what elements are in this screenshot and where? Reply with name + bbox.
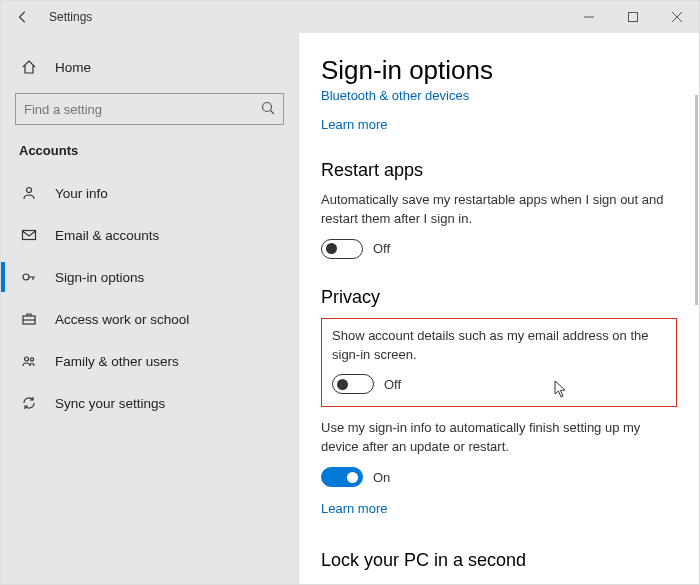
scrollbar-thumb[interactable]: [695, 95, 698, 305]
auto-finish-state: On: [373, 470, 390, 485]
sidebar-item-label: Your info: [55, 186, 108, 201]
briefcase-icon: [19, 311, 39, 327]
restart-apps-heading: Restart apps: [321, 160, 677, 181]
auto-finish-toggle-row: On: [321, 467, 677, 487]
sidebar: Home Accounts Your info Email & accounts…: [1, 33, 299, 584]
show-details-toggle-row: Off: [332, 374, 666, 394]
sidebar-item-label: Sign-in options: [55, 270, 144, 285]
show-details-toggle[interactable]: [332, 374, 374, 394]
back-button[interactable]: [1, 1, 45, 33]
close-button[interactable]: [655, 1, 699, 33]
auto-finish-body: Use my sign-in info to automatically fin…: [321, 419, 677, 457]
restart-apps-toggle-row: Off: [321, 239, 677, 259]
minimize-icon: [584, 12, 594, 22]
key-icon: [19, 269, 39, 285]
learn-more-link[interactable]: Learn more: [321, 117, 677, 132]
sidebar-item-access-work-school[interactable]: Access work or school: [1, 298, 298, 340]
sidebar-home[interactable]: Home: [1, 47, 298, 87]
lock-pc-heading: Lock your PC in a second: [321, 550, 677, 571]
show-details-body: Show account details such as my email ad…: [332, 327, 666, 365]
maximize-icon: [628, 12, 638, 22]
sidebar-item-family-users[interactable]: Family & other users: [1, 340, 298, 382]
search-box[interactable]: [15, 93, 284, 125]
sidebar-item-signin-options[interactable]: Sign-in options: [1, 256, 298, 298]
mail-icon: [19, 227, 39, 243]
svg-point-11: [25, 357, 29, 361]
highlighted-setting: Show account details such as my email ad…: [321, 318, 677, 408]
restart-apps-toggle[interactable]: [321, 239, 363, 259]
svg-point-6: [27, 188, 32, 193]
window-title: Settings: [49, 10, 92, 24]
svg-rect-1: [629, 13, 638, 22]
svg-point-12: [30, 358, 33, 361]
svg-line-5: [271, 111, 275, 115]
show-details-state: Off: [384, 377, 401, 392]
close-icon: [672, 12, 682, 22]
restart-apps-body: Automatically save my restartable apps w…: [321, 191, 677, 229]
privacy-heading: Privacy: [321, 287, 677, 308]
page-title: Sign-in options: [321, 55, 677, 86]
svg-point-8: [23, 274, 29, 280]
sidebar-item-label: Sync your settings: [55, 396, 165, 411]
restart-apps-state: Off: [373, 241, 390, 256]
auto-finish-toggle[interactable]: [321, 467, 363, 487]
lock-pc-body: To protect your private info and help ke…: [321, 581, 677, 584]
svg-point-4: [263, 103, 272, 112]
window-controls: [567, 1, 699, 33]
sidebar-item-label: Email & accounts: [55, 228, 159, 243]
privacy-learn-more-link[interactable]: Learn more: [321, 501, 677, 516]
toggle-knob: [337, 379, 348, 390]
sidebar-section-label: Accounts: [1, 143, 298, 172]
main-content: Sign-in options Bluetooth & other device…: [299, 33, 699, 584]
scrollbar[interactable]: [692, 95, 698, 580]
toggle-knob: [347, 472, 358, 483]
sidebar-home-label: Home: [55, 60, 91, 75]
sidebar-item-label: Family & other users: [55, 354, 179, 369]
minimize-button[interactable]: [567, 1, 611, 33]
search-icon: [260, 100, 276, 116]
sync-icon: [19, 395, 39, 411]
sidebar-item-label: Access work or school: [55, 312, 189, 327]
arrow-left-icon: [16, 10, 30, 24]
bluetooth-link[interactable]: Bluetooth & other devices: [321, 88, 677, 103]
search-input[interactable]: [15, 93, 284, 125]
cursor-icon: [554, 380, 568, 398]
person-icon: [19, 185, 39, 201]
toggle-knob: [326, 243, 337, 254]
people-icon: [19, 353, 39, 369]
sidebar-item-your-info[interactable]: Your info: [1, 172, 298, 214]
sidebar-item-email-accounts[interactable]: Email & accounts: [1, 214, 298, 256]
maximize-button[interactable]: [611, 1, 655, 33]
sidebar-item-sync-settings[interactable]: Sync your settings: [1, 382, 298, 424]
home-icon: [19, 59, 39, 75]
titlebar: Settings: [1, 1, 699, 33]
